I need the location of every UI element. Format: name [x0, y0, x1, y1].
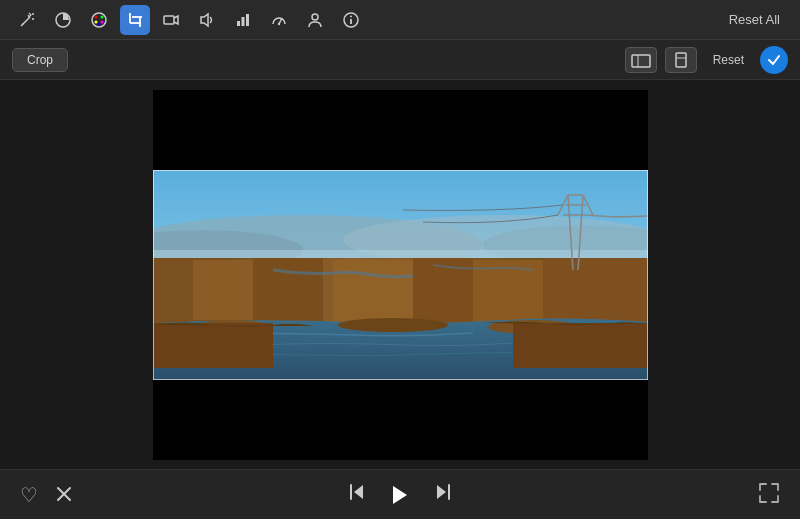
reset-all-button[interactable]: Reset All: [721, 8, 788, 31]
portrait-aspect-button[interactable]: [665, 47, 697, 73]
secondary-toolbar: Crop Reset: [0, 40, 800, 80]
svg-rect-44: [543, 258, 648, 323]
playback-left-controls: ♡: [20, 483, 76, 507]
svg-rect-48: [153, 323, 273, 368]
svg-point-2: [22, 23, 24, 25]
main-content: [0, 80, 800, 469]
svg-point-46: [338, 318, 448, 332]
crop-button[interactable]: Crop: [12, 48, 68, 72]
svg-point-22: [278, 22, 280, 24]
next-frame-icon[interactable]: [432, 481, 454, 508]
svg-rect-40: [253, 258, 323, 323]
fullscreen-icon[interactable]: [758, 482, 780, 508]
svg-point-9: [98, 22, 101, 25]
play-button[interactable]: [386, 481, 414, 509]
palette-icon[interactable]: [84, 5, 114, 35]
svg-point-11: [101, 20, 104, 23]
toolbar-tools: [12, 5, 366, 35]
reject-icon[interactable]: [54, 484, 76, 506]
video-icon[interactable]: [156, 5, 186, 35]
svg-rect-29: [676, 53, 686, 67]
svg-marker-62: [393, 486, 407, 504]
svg-rect-39: [193, 260, 253, 320]
svg-point-8: [101, 15, 104, 18]
landscape-aspect-button[interactable]: [625, 47, 657, 73]
enhance-icon[interactable]: [12, 5, 42, 35]
top-toolbar: Reset All: [0, 0, 800, 40]
favorite-icon[interactable]: ♡: [20, 483, 38, 507]
svg-point-10: [95, 20, 98, 23]
confirm-button[interactable]: [760, 46, 788, 74]
svg-marker-61: [354, 485, 363, 499]
info-icon[interactable]: [336, 5, 366, 35]
svg-point-23: [312, 14, 318, 20]
audio-icon[interactable]: [192, 5, 222, 35]
color-wheel-icon[interactable]: [48, 5, 78, 35]
toolbar-right-controls: Reset: [625, 46, 788, 74]
svg-point-26: [350, 15, 352, 17]
svg-point-7: [95, 15, 98, 18]
video-container: [153, 90, 648, 460]
svg-rect-20: [246, 14, 249, 26]
playback-bar: ♡: [0, 469, 800, 519]
svg-marker-64: [437, 485, 446, 499]
video-frame: [153, 170, 648, 380]
playback-right-controls: [758, 482, 780, 508]
speedometer-icon[interactable]: [264, 5, 294, 35]
previous-frame-icon[interactable]: [346, 481, 368, 508]
svg-rect-49: [513, 323, 648, 368]
svg-line-0: [21, 17, 30, 26]
svg-rect-27: [632, 55, 650, 67]
playback-center-controls: [346, 481, 454, 509]
svg-rect-41: [333, 260, 413, 322]
crop-icon[interactable]: [120, 5, 150, 35]
chart-icon[interactable]: [228, 5, 258, 35]
svg-rect-16: [164, 16, 174, 24]
svg-point-1: [32, 13, 34, 15]
svg-rect-18: [237, 21, 240, 26]
reset-button[interactable]: Reset: [705, 49, 752, 71]
person-icon[interactable]: [300, 5, 330, 35]
svg-rect-19: [242, 17, 245, 26]
svg-marker-17: [201, 14, 208, 26]
